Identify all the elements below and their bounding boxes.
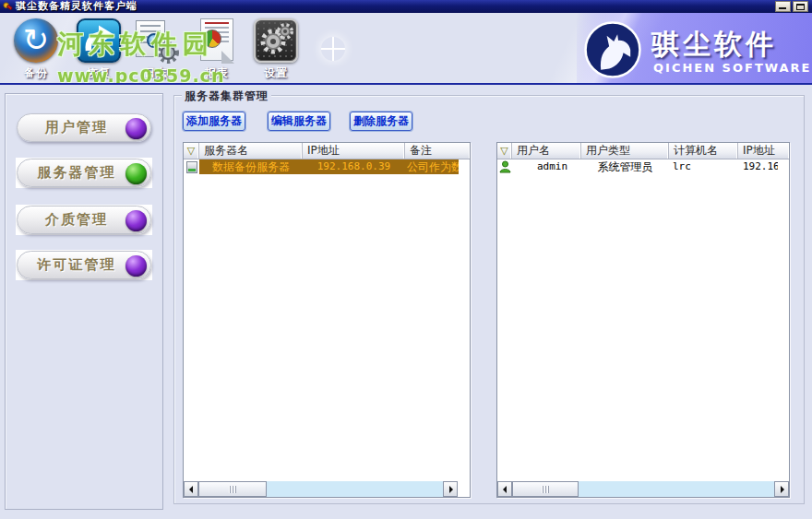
server-table-row[interactable]: 数据备份服务器 192.168.0.39 公司作为数: [184, 159, 470, 174]
toolbar-item-backup[interactable]: ↻ 备份: [7, 18, 65, 81]
sidebar-item-label: 服务器管理: [38, 164, 116, 182]
settings-icon: [254, 18, 298, 63]
user-icon: [499, 160, 511, 173]
sidebar-item-label: 介质管理: [45, 211, 108, 229]
scrollbar-track[interactable]: [579, 481, 774, 497]
brand-name-cn: 骐尘软件: [651, 26, 812, 64]
minimize-icon: [779, 7, 786, 9]
led-indicator-purple: [125, 210, 147, 231]
backup-icon: ↻: [14, 18, 58, 63]
brand-area: 骐尘软件 QICHEN SOFTWARE: [581, 13, 812, 85]
server-row-icon-cell: [184, 159, 199, 174]
report-icon: [195, 18, 239, 63]
title-bar: 骐尘数备精灵软件客户端: [0, 0, 812, 13]
restore-icon: [77, 18, 121, 63]
cell-usertype: 系统管理员: [581, 159, 669, 174]
user-table-row[interactable]: admin 系统管理员 lrc 192.168.0.: [497, 159, 789, 174]
column-header-note[interactable]: 备注: [405, 143, 470, 159]
log-icon: [134, 18, 178, 63]
column-header-username[interactable]: 用户名: [512, 143, 581, 159]
delete-server-button[interactable]: 删除服务器: [350, 112, 412, 131]
add-server-button[interactable]: 添加服务器: [183, 112, 245, 131]
right-arrow-icon: [781, 486, 784, 493]
scroll-left-button[interactable]: [184, 481, 198, 497]
scroll-left-button[interactable]: [497, 481, 512, 497]
toolbar-label: 日志: [127, 65, 185, 81]
cell-server-ip: 192.168.0.39: [303, 159, 405, 174]
sidebar-panel: 用户管理 服务器管理 介质管理 许可证管理: [5, 93, 163, 510]
column-header-user-ip[interactable]: IP地址: [738, 143, 789, 159]
scrollbar-corner: [458, 481, 470, 497]
sidebar-item-label: 用户管理: [45, 119, 108, 136]
left-arrow-icon: [503, 486, 507, 493]
server-table: ▽ 服务器名 IP地址 备注 数据备份服务器 192.168.0.39 公司作为…: [183, 142, 471, 498]
horse-logo-icon: [583, 20, 642, 79]
maximize-button[interactable]: [793, 1, 808, 12]
user-table-hscrollbar: [497, 481, 789, 497]
app-window: 骐尘数备精灵软件客户端 ↻ 备份 恢复: [0, 0, 812, 519]
user-table: ▽ 用户名 用户类型 计算机名 IP地址 admin 系统管理员 lrc 192…: [496, 142, 790, 498]
column-header-server-name[interactable]: 服务器名: [199, 143, 303, 159]
cell-server-name: 数据备份服务器: [199, 159, 303, 174]
toolbar-item-log[interactable]: 日志: [127, 18, 185, 81]
filter-header-cell[interactable]: ▽: [184, 143, 199, 159]
sparkle-decoration: [321, 37, 345, 61]
toolbar: ↻ 备份 恢复 日志: [0, 13, 812, 85]
column-header-usertype[interactable]: 用户类型: [581, 143, 669, 159]
sidebar-item-media-management[interactable]: 介质管理: [17, 206, 151, 234]
scrollbar-track[interactable]: [267, 481, 443, 497]
toolbar-label: 设置: [247, 65, 304, 81]
minimize-button[interactable]: [775, 1, 791, 12]
cell-username: admin: [512, 159, 581, 174]
vertical-scrollbar-area[interactable]: [459, 159, 470, 481]
filter-header-cell[interactable]: ▽: [497, 143, 512, 159]
led-indicator-purple: [125, 118, 147, 139]
server-table-header: ▽ 服务器名 IP地址 备注: [184, 143, 470, 159]
toolbar-item-settings[interactable]: 设置: [247, 18, 304, 81]
toolbar-label: 报表: [188, 65, 245, 81]
toolbar-label: 恢复: [70, 65, 127, 81]
brand-name-en: QICHEN SOFTWARE: [653, 61, 811, 75]
scroll-right-button[interactable]: [443, 481, 458, 497]
left-arrow-icon: [189, 486, 193, 493]
server-table-hscrollbar: [184, 481, 470, 497]
led-indicator-green: [125, 163, 147, 184]
right-arrow-icon: [449, 486, 453, 493]
sidebar-item-server-management[interactable]: 服务器管理: [17, 159, 151, 187]
maximize-icon: [796, 4, 805, 10]
edit-server-button[interactable]: 编辑服务器: [268, 112, 330, 131]
toolbar-label: 备份: [7, 65, 65, 81]
toolbar-item-report[interactable]: 报表: [188, 18, 245, 81]
sidebar-item-user-management[interactable]: 用户管理: [17, 113, 151, 142]
groupbox-title: 服务器集群管理: [182, 88, 271, 104]
toolbar-item-restore[interactable]: 恢复: [70, 18, 127, 81]
user-row-icon-cell: [497, 159, 512, 174]
column-header-ip[interactable]: IP地址: [303, 143, 405, 159]
column-header-computer[interactable]: 计算机名: [669, 143, 738, 159]
scrollbar-thumb[interactable]: [512, 481, 579, 497]
server-icon: [186, 161, 197, 173]
scroll-right-button[interactable]: [774, 481, 789, 497]
cell-computer: lrc: [669, 159, 738, 174]
sidebar-item-license-management[interactable]: 许可证管理: [17, 251, 151, 279]
server-cluster-groupbox: 服务器集群管理 添加服务器 编辑服务器 删除服务器 ▽ 服务器名 IP地址 备注…: [173, 95, 805, 504]
vertical-scrollbar-area[interactable]: [778, 159, 789, 481]
sidebar-item-label: 许可证管理: [38, 256, 116, 274]
app-icon: [3, 2, 13, 12]
window-title: 骐尘数备精灵软件客户端: [16, 0, 137, 13]
user-table-header: ▽ 用户名 用户类型 计算机名 IP地址: [497, 143, 789, 159]
scrollbar-thumb[interactable]: [198, 481, 267, 497]
led-indicator-purple: [125, 255, 147, 277]
